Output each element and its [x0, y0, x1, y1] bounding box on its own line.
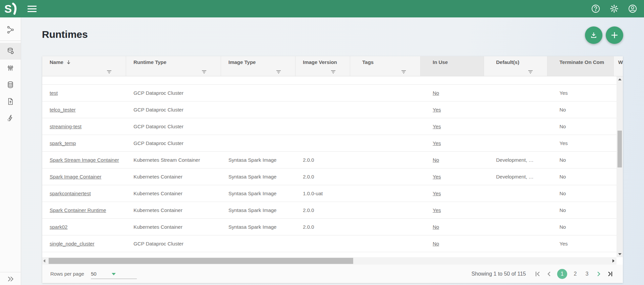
- topbar-actions: [591, 4, 637, 13]
- sidebar-item-jobs[interactable]: [0, 110, 21, 127]
- cell-in_use: No: [421, 219, 484, 235]
- vertical-scrollbar[interactable]: [616, 76, 623, 257]
- runtime-name-link[interactable]: spark_temp: [50, 140, 76, 146]
- column-header-label: W: [618, 59, 623, 65]
- bolt-icon: [6, 114, 15, 123]
- last-page-button[interactable]: [607, 271, 613, 277]
- runtime-name-link[interactable]: streaming-test: [50, 124, 82, 129]
- cell-value: No: [559, 207, 566, 213]
- column-header-terminate-on-com[interactable]: Terminate On Com: [547, 56, 614, 68]
- page-number-3[interactable]: 3: [583, 271, 591, 277]
- filter-cell-default-s[interactable]: [484, 68, 547, 76]
- filter-cell-image-version[interactable]: [296, 68, 350, 76]
- runtime-name-link[interactable]: spark02: [50, 224, 67, 230]
- sidebar-item-flows[interactable]: [0, 21, 21, 38]
- page-number-2[interactable]: 2: [572, 271, 579, 277]
- in-use-link[interactable]: No: [433, 241, 439, 246]
- in-use-link[interactable]: Yes: [433, 174, 441, 180]
- column-header-tags[interactable]: Tags: [350, 56, 421, 68]
- column-header-default-s[interactable]: Default(s): [484, 56, 547, 68]
- account-icon[interactable]: [628, 4, 637, 13]
- scroll-up-button[interactable]: [616, 77, 623, 82]
- filter-cell-image-type[interactable]: [221, 68, 296, 76]
- runtime-name-link[interactable]: Spark Image Container: [50, 174, 101, 180]
- logo-letter: S: [4, 3, 12, 14]
- cell-defaults: [484, 235, 547, 252]
- cell-image_version: [296, 118, 350, 135]
- cell-name: single_node_cluster: [42, 235, 126, 252]
- in-use-link[interactable]: Yes: [433, 207, 441, 213]
- filter-cell-terminate-on-com[interactable]: [547, 68, 614, 76]
- table-row: spark02Kubernetes ContainerSyntasa Spark…: [42, 219, 623, 235]
- vertical-scrollbar-thumb[interactable]: [618, 131, 622, 167]
- in-use-link[interactable]: Yes: [433, 191, 441, 196]
- cell-image_version: 2.0.0: [296, 152, 350, 168]
- filter-cell-tags[interactable]: [350, 68, 421, 76]
- sidebar-item-datasets[interactable]: [0, 76, 21, 93]
- column-header-name[interactable]: Name: [42, 56, 126, 68]
- cell-terminate_on_completion: Yes: [547, 85, 614, 101]
- cell-value: Kubernetes Container: [133, 174, 182, 180]
- filter-cell-runtime-type[interactable]: [126, 68, 221, 76]
- cell-name: Spark Image Container: [42, 168, 126, 185]
- runtime-name-link[interactable]: telco_tester: [50, 107, 76, 113]
- sidebar-collapse-toggle[interactable]: [0, 272, 21, 285]
- cell-tags: [350, 101, 421, 118]
- previous-page-button[interactable]: [546, 271, 552, 277]
- filter-cell-w[interactable]: [614, 68, 623, 76]
- sidebar-item-parameters[interactable]: [0, 60, 21, 76]
- table-row: streaming-testGCP Dataproc ClusterYesNo: [42, 118, 623, 135]
- column-header-in-use[interactable]: In Use: [421, 56, 484, 68]
- download-button[interactable]: [585, 26, 602, 44]
- in-use-link[interactable]: Yes: [433, 140, 441, 146]
- runtime-name-link[interactable]: test: [50, 90, 58, 96]
- rows-per-page-select[interactable]: 50: [91, 269, 137, 279]
- runtime-name-link[interactable]: Spark Container Runtime: [50, 207, 106, 213]
- gear-icon[interactable]: [609, 4, 619, 13]
- cell-runtime_type: GCP Dataproc Cluster: [126, 101, 221, 118]
- table-row: Spark Stream Image ContainerKubernetes S…: [42, 152, 623, 168]
- page-number-1[interactable]: 1: [557, 269, 567, 279]
- scroll-left-button[interactable]: [43, 259, 45, 263]
- in-use-link[interactable]: No: [433, 224, 439, 230]
- help-icon[interactable]: [591, 4, 600, 13]
- in-use-link[interactable]: Yes: [433, 107, 441, 113]
- column-header-runtime-type[interactable]: Runtime Type: [126, 56, 221, 68]
- chevron-down-icon: [112, 273, 116, 275]
- column-header-w[interactable]: W: [614, 56, 623, 68]
- in-use-link[interactable]: No: [433, 90, 439, 96]
- sidebar-item-import[interactable]: [0, 93, 21, 110]
- cell-value: Development, …: [496, 174, 534, 180]
- menu-icon[interactable]: [28, 4, 37, 14]
- sidebar-item-runtimes[interactable]: [0, 43, 21, 60]
- cell-name: test: [42, 85, 126, 101]
- filter-cell-in-use[interactable]: [421, 68, 484, 76]
- first-page-button[interactable]: [534, 271, 541, 277]
- next-page-button[interactable]: [596, 271, 602, 277]
- column-header-image-version[interactable]: Image Version: [296, 56, 350, 68]
- chevron-right-icon: [596, 271, 602, 277]
- in-use-link[interactable]: Yes: [433, 124, 441, 129]
- cell-tags: [350, 135, 421, 151]
- horizontal-scrollbar[interactable]: [42, 257, 616, 265]
- syntasa-logo[interactable]: S: [4, 3, 17, 15]
- runtime-name-link[interactable]: sparkcontainertest: [50, 191, 91, 196]
- logo-swoosh-icon: [12, 3, 17, 15]
- runtime-name-link[interactable]: single_node_cluster: [50, 241, 94, 246]
- cell-tags: [350, 85, 421, 101]
- cell-terminate_on_completion: No: [547, 185, 614, 202]
- runtimes-page: { "topbar": { "logo_text": "S", "icons":…: [0, 0, 644, 285]
- column-header-image-type[interactable]: Image Type: [221, 56, 296, 68]
- horizontal-scrollbar-thumb[interactable]: [49, 258, 353, 264]
- runtime-name-link[interactable]: Spark Stream Image Container: [50, 157, 119, 163]
- scroll-right-button[interactable]: [612, 259, 614, 263]
- scroll-down-button[interactable]: [616, 252, 623, 257]
- cell-runtime_type: Kubernetes Container: [126, 202, 221, 218]
- filter-icon: [331, 70, 336, 74]
- cell-value: 2.0.0: [303, 157, 314, 163]
- add-runtime-button[interactable]: [606, 26, 623, 44]
- sidebar-divider: [0, 41, 21, 41]
- filter-cell-name[interactable]: [42, 68, 126, 76]
- in-use-link[interactable]: No: [433, 157, 439, 163]
- table-filter-row: [42, 68, 623, 76]
